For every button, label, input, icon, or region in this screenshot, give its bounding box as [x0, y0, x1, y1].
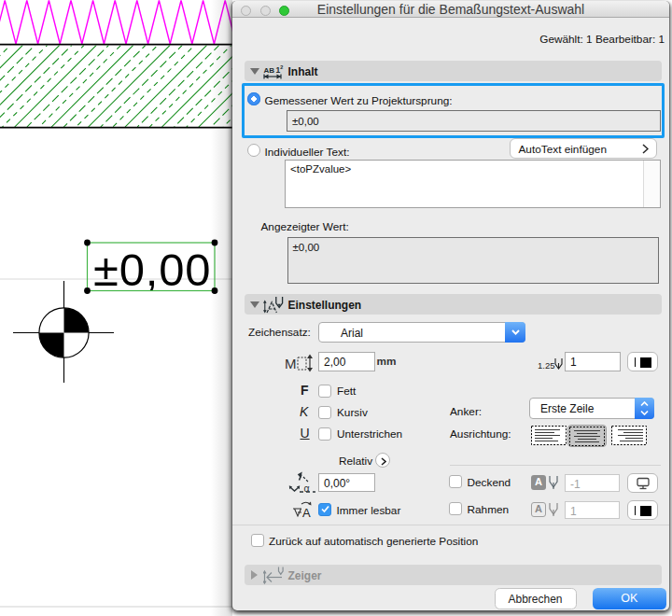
- svg-text:±0,00: ±0,00: [93, 245, 211, 295]
- svg-text:M: M: [285, 356, 297, 371]
- svg-text:2: 2: [280, 63, 283, 69]
- svg-text:AB: AB: [264, 66, 275, 75]
- svg-text:1.25: 1.25: [538, 360, 555, 371]
- svg-text:A: A: [302, 506, 311, 519]
